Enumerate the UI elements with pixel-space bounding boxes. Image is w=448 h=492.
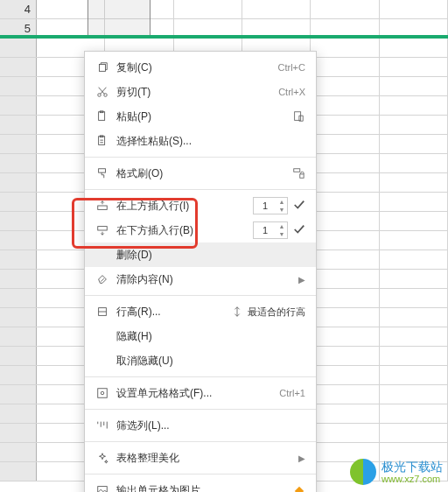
cell[interactable] <box>311 404 379 423</box>
cell[interactable] <box>311 154 379 172</box>
secondary[interactable]: 最适合的行高 <box>230 305 305 319</box>
cell[interactable] <box>311 231 379 250</box>
cell[interactable] <box>311 347 379 365</box>
cell[interactable] <box>380 308 448 327</box>
row-header[interactable] <box>0 193 37 211</box>
cell[interactable] <box>380 135 448 153</box>
cell[interactable] <box>311 212 379 230</box>
row-header[interactable] <box>0 250 37 269</box>
cell[interactable] <box>37 19 105 38</box>
cell[interactable] <box>242 0 311 18</box>
cell[interactable] <box>380 289 448 307</box>
cell[interactable] <box>380 250 448 269</box>
cell[interactable] <box>380 154 448 172</box>
cell[interactable] <box>380 39 448 57</box>
cell[interactable] <box>311 193 379 211</box>
menu-cut[interactable]: 剪切(T) Ctrl+X <box>85 80 316 104</box>
row-header[interactable] <box>0 347 37 365</box>
cell[interactable] <box>380 173 448 192</box>
spin-down-icon[interactable]: ▼ <box>276 206 287 214</box>
row-header[interactable] <box>0 116 37 134</box>
row-header[interactable] <box>0 462 37 481</box>
menu-clear[interactable]: 清除内容(N) ▶ <box>85 267 316 292</box>
row-header[interactable] <box>0 154 37 172</box>
row-header[interactable] <box>0 424 37 442</box>
row-header[interactable] <box>0 443 37 461</box>
cell[interactable] <box>380 270 448 288</box>
cell[interactable] <box>380 347 448 365</box>
cell[interactable] <box>380 462 448 481</box>
cell[interactable] <box>311 0 379 18</box>
cell[interactable] <box>311 424 379 442</box>
cell[interactable] <box>311 116 379 134</box>
cell[interactable] <box>311 173 379 192</box>
menu-export-image[interactable]: 输出单元格为图片 <box>85 478 316 492</box>
cell[interactable] <box>380 385 448 404</box>
cell[interactable] <box>380 327 448 346</box>
row-header[interactable] <box>0 231 37 250</box>
check-icon[interactable] <box>293 199 305 213</box>
cell[interactable] <box>380 443 448 461</box>
cell[interactable] <box>380 212 448 230</box>
cell[interactable] <box>380 116 448 134</box>
cell[interactable] <box>380 19 448 38</box>
row-header[interactable] <box>0 173 37 192</box>
cell[interactable] <box>242 19 311 38</box>
menu-format-painter[interactable]: 格式刷(O) <box>85 161 316 186</box>
cell[interactable] <box>380 96 448 115</box>
cell[interactable] <box>174 0 242 18</box>
menu-paste[interactable]: 粘贴(P) <box>85 104 316 129</box>
row-header[interactable] <box>0 385 37 404</box>
row-header[interactable] <box>0 212 37 230</box>
cell[interactable] <box>380 231 448 250</box>
cell[interactable] <box>311 19 379 38</box>
menu-cell-format[interactable]: 设置单元格格式(F)... Ctrl+1 <box>85 381 316 405</box>
menu-insert-below[interactable]: 在下方插入行(B) 1 ▲▼ <box>85 218 316 242</box>
cell[interactable] <box>311 58 379 76</box>
menu-delete[interactable]: 删除(D) <box>85 242 316 267</box>
cell[interactable] <box>105 19 173 38</box>
row-header[interactable] <box>0 308 37 327</box>
check-icon[interactable] <box>293 223 305 237</box>
row-header[interactable]: 5 <box>0 19 37 38</box>
cell[interactable] <box>311 250 379 269</box>
menu-unhide[interactable]: 取消隐藏(U) <box>85 348 316 373</box>
menu-insert-above[interactable]: 在上方插入行(I) 1 ▲▼ <box>85 193 316 218</box>
cell[interactable] <box>380 404 448 423</box>
cell[interactable] <box>311 135 379 153</box>
row-header[interactable] <box>0 289 37 307</box>
cell[interactable] <box>380 193 448 211</box>
cell[interactable] <box>311 96 379 115</box>
cell[interactable] <box>380 0 448 18</box>
cell[interactable] <box>380 58 448 76</box>
cell[interactable] <box>311 270 379 288</box>
spin-down-icon[interactable]: ▼ <box>276 230 287 238</box>
cell[interactable] <box>380 77 448 95</box>
cell[interactable] <box>37 0 105 18</box>
row-header[interactable] <box>0 404 37 423</box>
cell[interactable] <box>311 289 379 307</box>
row-header[interactable]: 4 <box>0 0 37 18</box>
row-header[interactable] <box>0 39 37 57</box>
cell[interactable] <box>311 366 379 384</box>
menu-row-height[interactable]: 行高(R)... 最适合的行高 <box>85 299 316 324</box>
row-count-input[interactable]: 1 ▲▼ <box>253 221 288 239</box>
menu-table-style[interactable]: 表格整理美化 ▶ <box>85 446 316 470</box>
row-header[interactable] <box>0 270 37 288</box>
cell[interactable] <box>311 39 379 57</box>
menu-copy[interactable]: 复制(C) Ctrl+C <box>85 55 316 80</box>
cell[interactable] <box>311 327 379 346</box>
cell[interactable] <box>380 366 448 384</box>
row-header[interactable] <box>0 77 37 95</box>
cell[interactable] <box>311 462 379 481</box>
menu-hide[interactable]: 隐藏(H) <box>85 324 316 348</box>
row-header[interactable] <box>0 96 37 115</box>
cell[interactable] <box>174 19 242 38</box>
menu-paste-special[interactable]: 选择性粘贴(S)... <box>85 129 316 153</box>
row-header[interactable] <box>0 366 37 384</box>
cell[interactable] <box>311 385 379 404</box>
row-count-input[interactable]: 1 ▲▼ <box>253 197 288 214</box>
menu-filter-column[interactable]: 筛选列(L)... <box>85 413 316 438</box>
spin-up-icon[interactable]: ▲ <box>276 198 287 206</box>
cell[interactable] <box>105 0 173 18</box>
